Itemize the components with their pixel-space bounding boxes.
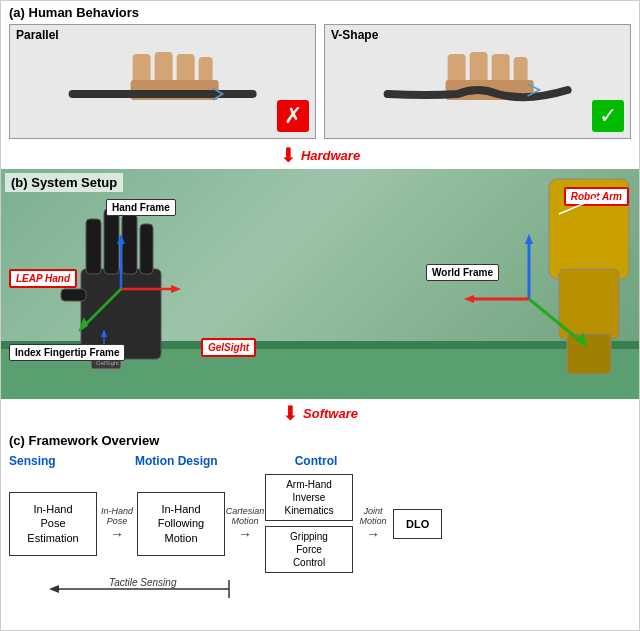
vshape-box: V-Shape ✓ <box>324 24 631 139</box>
motion-design-label: Motion Design <box>135 454 225 468</box>
following-motion-block: In-HandFollowingMotion <box>137 492 225 556</box>
svg-rect-8 <box>514 57 528 82</box>
in-hand-pose-arrow: In-HandPose → <box>97 506 137 542</box>
svg-rect-3 <box>199 57 213 82</box>
gripping-block: GrippingForceControl <box>265 526 353 573</box>
cartesian-motion-arrow: CartesianMotion → <box>225 506 265 542</box>
section-b: GelSight (b) System Setup Hand Frame Ind… <box>1 169 639 399</box>
kinematics-block: Arm-HandInverseKinematics <box>265 474 353 521</box>
hardware-arrow-row: ⬇ Hardware <box>1 141 639 169</box>
vshape-badge: ✓ <box>592 100 624 132</box>
svg-rect-7 <box>492 54 510 84</box>
dlo-block: DLO <box>393 509 442 539</box>
software-arrow-icon: ⬇ <box>282 401 299 425</box>
svg-rect-5 <box>448 54 466 84</box>
svg-marker-38 <box>49 585 59 593</box>
joint-motion-arrow: JointMotion → <box>353 506 393 542</box>
vshape-illustration <box>348 52 607 112</box>
svg-rect-20 <box>86 219 101 274</box>
control-label: Control <box>271 454 361 468</box>
svg-marker-16 <box>464 295 474 303</box>
svg-text:Tactile Sensing: Tactile Sensing <box>109 577 177 588</box>
hardware-arrow-icon: ⬇ <box>280 143 297 167</box>
robot-arm-label: Robot Arm <box>564 187 629 206</box>
parallel-box: Parallel ✗ <box>9 24 316 139</box>
svg-rect-23 <box>140 224 153 274</box>
leap-hand-label: LEAP Hand <box>9 269 77 288</box>
arrow-right-1: → <box>110 526 124 542</box>
main-container: (a) Human Behaviors Parallel <box>0 0 640 631</box>
gelsight-label: GelSight <box>201 338 256 357</box>
section-a-title: (a) Human Behaviors <box>9 5 631 20</box>
vshape-label: V-Shape <box>331 28 378 42</box>
section-c-title: (c) Framework Overview <box>9 433 631 448</box>
section-c: (c) Framework Overview Sensing Motion De… <box>1 427 639 630</box>
svg-rect-24 <box>61 289 86 301</box>
software-arrow-label: Software <box>303 406 358 421</box>
parallel-badge: ✗ <box>277 100 309 132</box>
cartesian-motion-label: CartesianMotion <box>226 506 265 526</box>
tactile-row: Tactile Sensing <box>9 575 631 603</box>
world-frame-label: World Frame <box>426 264 499 281</box>
system-setup-bg: GelSight <box>1 169 639 399</box>
human-behaviors: Parallel ✗ V-S <box>9 24 631 139</box>
arrow-right-2: → <box>238 526 252 542</box>
svg-rect-12 <box>567 334 611 374</box>
svg-rect-11 <box>559 269 619 339</box>
svg-marker-14 <box>525 234 533 244</box>
svg-rect-21 <box>104 209 119 274</box>
hand-frame-label: Hand Frame <box>106 199 176 216</box>
sensing-label: Sensing <box>9 454 99 468</box>
index-fingertip-label: Index Fingertip Frame <box>9 344 125 361</box>
in-hand-pose-label: In-HandPose <box>101 506 133 526</box>
section-a: (a) Human Behaviors Parallel <box>1 1 639 141</box>
software-arrow-row: ⬇ Software <box>1 399 639 427</box>
pose-estimation-block: In-HandPoseEstimation <box>9 492 97 556</box>
control-blocks: Arm-HandInverseKinematics GrippingForceC… <box>265 474 353 573</box>
parallel-label: Parallel <box>16 28 59 42</box>
arrow-right-3: → <box>366 526 380 542</box>
parallel-illustration <box>33 52 292 112</box>
svg-rect-6 <box>470 52 488 82</box>
svg-rect-2 <box>177 54 195 84</box>
hardware-arrow-label: Hardware <box>301 148 360 163</box>
framework-row: In-HandPoseEstimation In-HandPose → In-H… <box>9 474 631 573</box>
section-b-title: (b) System Setup <box>5 173 123 192</box>
svg-rect-0 <box>133 54 151 84</box>
svg-marker-28 <box>171 285 181 293</box>
joint-motion-label: JointMotion <box>359 506 386 526</box>
tactile-arrow-svg: Tactile Sensing <box>9 575 589 603</box>
